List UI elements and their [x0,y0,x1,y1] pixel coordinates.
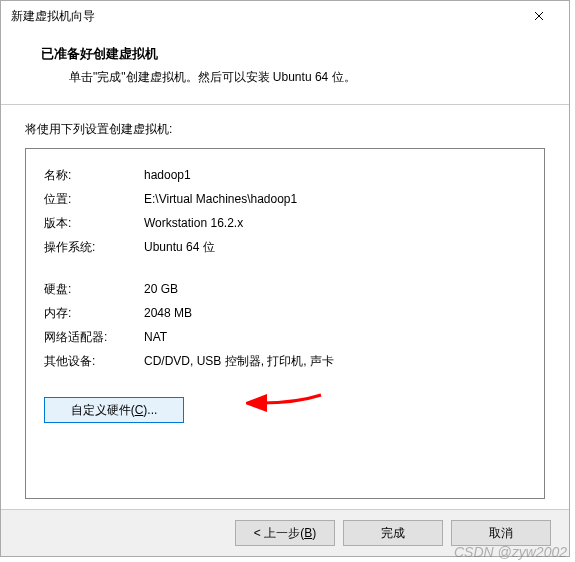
setting-row: 位置: E:\Virtual Machines\hadoop1 [44,189,526,209]
page-title: 已准备好创建虚拟机 [41,45,529,63]
setting-value: CD/DVD, USB 控制器, 打印机, 声卡 [144,351,334,371]
setting-key: 版本: [44,213,144,233]
wizard-window: 新建虚拟机向导 已准备好创建虚拟机 单击"完成"创建虚拟机。然后可以安装 Ubu… [0,0,570,557]
customize-hardware-button[interactable]: 自定义硬件(C)... [44,397,184,423]
setting-key: 其他设备: [44,351,144,371]
setting-row: 网络适配器: NAT [44,327,526,347]
setting-row: 名称: hadoop1 [44,165,526,185]
setting-value: Ubuntu 64 位 [144,237,215,257]
setting-key: 硬盘: [44,279,144,299]
setting-row: 内存: 2048 MB [44,303,526,323]
setting-value: 20 GB [144,279,178,299]
setting-key: 网络适配器: [44,327,144,347]
finish-button[interactable]: 完成 [343,520,443,546]
close-button[interactable] [519,2,559,30]
setting-row: 硬盘: 20 GB [44,279,526,299]
body-section: 将使用下列设置创建虚拟机: 名称: hadoop1 位置: E:\Virtual… [1,105,569,509]
back-button[interactable]: < 上一步(B) [235,520,335,546]
setting-row: 版本: Workstation 16.2.x [44,213,526,233]
setting-key: 位置: [44,189,144,209]
setting-value: Workstation 16.2.x [144,213,243,233]
window-title: 新建虚拟机向导 [11,8,95,25]
settings-intro-label: 将使用下列设置创建虚拟机: [25,121,545,138]
setting-row: 操作系统: Ubuntu 64 位 [44,237,526,257]
setting-value: NAT [144,327,167,347]
setting-value: E:\Virtual Machines\hadoop1 [144,189,297,209]
setting-key: 名称: [44,165,144,185]
setting-value: hadoop1 [144,165,191,185]
header-section: 已准备好创建虚拟机 单击"完成"创建虚拟机。然后可以安装 Ubuntu 64 位… [1,31,569,104]
footer-buttons: < 上一步(B) 完成 取消 [1,509,569,556]
setting-row: 其他设备: CD/DVD, USB 控制器, 打印机, 声卡 [44,351,526,371]
setting-value: 2048 MB [144,303,192,323]
settings-panel: 名称: hadoop1 位置: E:\Virtual Machines\hado… [25,148,545,499]
titlebar: 新建虚拟机向导 [1,1,569,31]
setting-key: 操作系统: [44,237,144,257]
annotation-arrow-icon [246,385,326,425]
page-subtitle: 单击"完成"创建虚拟机。然后可以安装 Ubuntu 64 位。 [41,69,529,86]
cancel-button[interactable]: 取消 [451,520,551,546]
setting-key: 内存: [44,303,144,323]
close-icon [534,11,544,21]
